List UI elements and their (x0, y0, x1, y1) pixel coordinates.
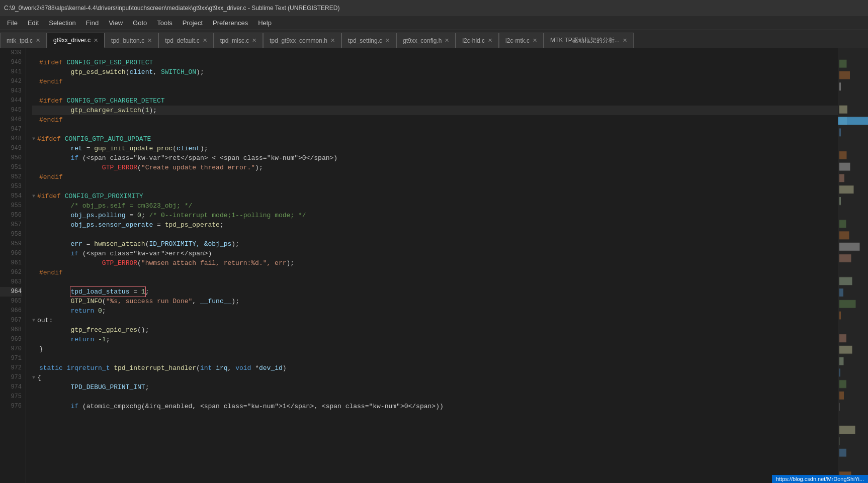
line-number-gutter: 9399409419429439449459469479489499509519… (0, 48, 26, 483)
code-line-974: TPD_DEBUG_PRINT_INT; (32, 382, 838, 392)
line-num-975: 975 (0, 392, 22, 402)
tab-close[interactable]: ✕ (94, 37, 98, 44)
menu-item-project[interactable]: Project (178, 18, 208, 28)
code-line-946: #endif (32, 115, 838, 125)
tab-close[interactable]: ✕ (330, 37, 335, 44)
tab-gt9xx_driver.c[interactable]: gt9xx_driver.c✕ (47, 33, 105, 48)
code-line-954: ▼#ifdef CONFIG_GTP_PROXIMITY (32, 191, 838, 201)
code-line-949: ret = gup_init_update_proc(client); (32, 144, 838, 153)
tab-close[interactable]: ✕ (623, 37, 627, 44)
line-num-968: 968 (0, 325, 22, 335)
code-line-951: GTP_ERROR("Create update thread error.")… (32, 163, 838, 172)
code-line-973: ▼{ (32, 373, 838, 382)
line-num-952: 952 (0, 172, 22, 182)
line-num-939: 939 (0, 48, 22, 58)
line-num-942: 942 (0, 77, 22, 86)
code-line-948: ▼#ifdef CONFIG_GTP_AUTO_UPDATE (32, 134, 838, 144)
menu-item-goto[interactable]: Goto (128, 18, 152, 28)
line-num-951: 951 (0, 163, 22, 172)
code-line-970: } (32, 344, 838, 354)
tab-close[interactable]: ✕ (36, 37, 40, 44)
fold-arrow[interactable]: ▼ (32, 191, 35, 201)
line-num-957: 957 (0, 220, 22, 230)
code-line-939 (32, 48, 838, 58)
tab-tpd_setting.c[interactable]: tpd_setting.c✕ (341, 33, 396, 48)
tab-close[interactable]: ✕ (533, 37, 537, 44)
menu-item-tools[interactable]: Tools (152, 18, 177, 28)
code-line-963 (32, 277, 838, 287)
menu-item-view[interactable]: View (104, 18, 128, 28)
tab-bar: mtk_tpd.c✕gt9xx_driver.c✕tpd_button.c✕tp… (0, 30, 868, 48)
line-num-969: 969 (0, 335, 22, 344)
code-line-959: err = hwmsen_attach(ID_PROXIMITY, &obj_p… (32, 239, 838, 249)
fold-arrow[interactable]: ▼ (32, 316, 35, 325)
code-line-950: if (<span class="kw-var">ret</span> < <s… (32, 153, 838, 163)
line-num-972: 972 (0, 363, 22, 373)
code-line-940: #ifdef CONFIG_GTP_ESD_PROTECT (32, 58, 838, 67)
line-num-944: 944 (0, 96, 22, 106)
tab-tpd_default.c[interactable]: tpd_default.c✕ (158, 33, 214, 48)
line-num-970: 970 (0, 344, 22, 354)
tab-i2c-hid.c[interactable]: i2c-hid.c✕ (456, 33, 499, 48)
code-line-965: GTP_INFO("%s, success run Done", __func_… (32, 297, 838, 306)
line-num-943: 943 (0, 86, 22, 96)
menu-item-edit[interactable]: Edit (23, 18, 44, 28)
tab-mtk_tpd.c[interactable]: mtk_tpd.c✕ (0, 33, 47, 48)
line-num-946: 946 (0, 115, 22, 125)
line-num-971: 971 (0, 354, 22, 363)
code-line-969: return -1; (32, 335, 838, 344)
code-line-944: #ifdef CONFIG_GTP_CHARGER_DETECT (32, 96, 838, 106)
menu-item-help[interactable]: Help (253, 18, 277, 28)
line-num-958: 958 (0, 230, 22, 239)
code-line-967: ▼out: (32, 316, 838, 325)
line-num-962: 962 (0, 268, 22, 277)
line-num-965: 965 (0, 297, 22, 306)
tab-MTK_TP驱动框架的分析...[interactable]: MTK TP驱动框架的分析...✕ (544, 33, 634, 48)
code-line-945: gtp_charger_switch(1); (32, 106, 838, 115)
tab-close[interactable]: ✕ (445, 37, 449, 44)
line-num-967: 967 (0, 316, 22, 325)
line-num-948: 948 (0, 134, 22, 144)
line-num-950: 950 (0, 153, 22, 163)
tab-tpd_misc.c[interactable]: tpd_misc.c✕ (214, 33, 263, 48)
menu-item-selection[interactable]: Selection (44, 18, 80, 28)
code-line-968: gtp_free_gpio_res(); (32, 325, 838, 335)
line-num-949: 949 (0, 144, 22, 153)
fold-arrow[interactable]: ▼ (32, 134, 35, 144)
tab-close[interactable]: ✕ (252, 37, 256, 44)
tab-close[interactable]: ✕ (488, 37, 492, 44)
title-bar: C:\9_0\work2\8788\alps\kernel-4.4\driver… (0, 0, 868, 16)
tab-close[interactable]: ✕ (203, 37, 207, 44)
menu-item-preferences[interactable]: Preferences (208, 18, 253, 28)
code-line-972: static irqreturn_t tpd_interrupt_handler… (32, 363, 838, 373)
menu-item-file[interactable]: File (2, 18, 23, 28)
tab-i2c-mtk.c[interactable]: i2c-mtk.c✕ (499, 33, 544, 48)
tab-gt9xx_config.h[interactable]: gt9xx_config.h✕ (396, 33, 456, 48)
line-num-945: 945 (0, 106, 22, 115)
code-line-957: obj_ps.sensor_operate = tpd_ps_operate; (32, 220, 838, 230)
fold-arrow[interactable]: ▼ (32, 373, 35, 382)
tab-close[interactable]: ✕ (385, 37, 390, 44)
line-num-964: 964 (0, 287, 22, 297)
code-line-941: gtp_esd_switch(client, SWITCH_ON); (32, 67, 838, 77)
line-num-974: 974 (0, 382, 22, 392)
line-num-960: 960 (0, 249, 22, 258)
tab-tpd_gt9xx_common.h[interactable]: tpd_gt9xx_common.h✕ (263, 33, 341, 48)
tab-close[interactable]: ✕ (147, 37, 152, 44)
code-line-947 (32, 125, 838, 134)
tab-tpd_button.c[interactable]: tpd_button.c✕ (105, 33, 158, 48)
code-line-958 (32, 230, 838, 239)
code-line-962: #endif (32, 268, 838, 277)
code-line-971 (32, 354, 838, 363)
code-line-952: #endif (32, 172, 838, 182)
menu-item-find[interactable]: Find (81, 18, 104, 28)
code-line-964: tpd_load_status = 1; (32, 287, 838, 297)
minimap[interactable] (838, 48, 868, 483)
code-line-966: return 0; (32, 306, 838, 316)
line-num-953: 953 (0, 182, 22, 191)
line-num-973: 973 (0, 373, 22, 382)
code-line-943 (32, 86, 838, 96)
line-num-963: 963 (0, 277, 22, 287)
line-num-976: 976 (0, 402, 22, 411)
line-num-940: 940 (0, 58, 22, 67)
